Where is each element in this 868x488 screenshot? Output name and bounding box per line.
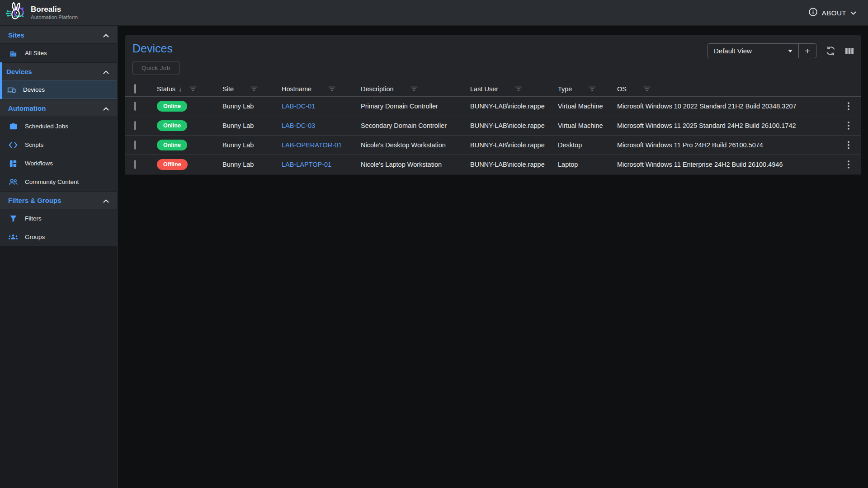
sidebar-item-groups[interactable]: Groups <box>0 228 117 246</box>
site-cell: Bunny Lab <box>222 103 282 110</box>
type-cell: Virtual Machine <box>558 122 617 129</box>
sidebar-item-devices[interactable]: Devices <box>0 80 117 99</box>
table-header-row: Status ↓ Site Hostname Description <box>125 81 861 97</box>
refresh-icon[interactable] <box>826 46 836 56</box>
section-label: Filters & Groups <box>8 197 61 204</box>
column-header-site[interactable]: Site <box>222 85 282 93</box>
type-cell: Virtual Machine <box>558 103 617 110</box>
hostname-link[interactable]: LAB-DC-01 <box>282 103 315 110</box>
devices-panel: Devices Quick Job Default View + <box>125 35 861 174</box>
column-header-hostname[interactable]: Hostname <box>282 85 361 93</box>
row-checkbox[interactable] <box>134 121 136 130</box>
filter-icon[interactable] <box>328 86 336 92</box>
hostname-link[interactable]: LAB-LAPTOP-01 <box>282 161 331 168</box>
sort-desc-icon: ↓ <box>179 85 182 93</box>
briefcase-icon <box>8 122 18 131</box>
sidebar: Sites All Sites Devices <box>0 26 118 488</box>
chevron-up-icon <box>103 68 109 75</box>
sidebar-item-label: Filters <box>25 215 42 222</box>
table-row: Online Bunny Lab LAB-OPERATOR-01 Nicole'… <box>125 136 861 155</box>
hostname-link[interactable]: LAB-OPERATOR-01 <box>282 141 342 149</box>
people-icon <box>8 178 18 186</box>
sidebar-item-label: Scripts <box>25 141 43 148</box>
row-checkbox[interactable] <box>134 160 136 169</box>
sidebar-item-filters[interactable]: Filters <box>0 209 117 228</box>
select-all-checkbox[interactable] <box>134 84 136 94</box>
section-label: Sites <box>8 31 24 39</box>
filter-icon[interactable] <box>588 86 596 92</box>
view-select-group: Default View + <box>708 43 816 58</box>
sidebar-section-header-sites[interactable]: Sites <box>0 26 117 44</box>
sidebar-item-scheduled-jobs[interactable]: Scheduled Jobs <box>0 117 117 136</box>
column-header-type[interactable]: Type <box>558 85 617 93</box>
section-label: Automation <box>8 104 46 112</box>
column-header-status[interactable]: Status ↓ <box>157 85 222 93</box>
borealis-rabbit-logo-icon <box>5 1 26 24</box>
sidebar-section-header-filters-groups[interactable]: Filters & Groups <box>0 191 117 209</box>
sidebar-item-label: Community Content <box>25 178 79 185</box>
groups-icon <box>8 234 18 240</box>
row-actions-kebab-icon[interactable] <box>836 122 861 130</box>
sidebar-section-devices: Devices Devices <box>0 62 117 99</box>
table-toolbar: Default View + <box>708 43 854 58</box>
hostname-link[interactable]: LAB-DC-03 <box>282 122 315 129</box>
filter-icon[interactable] <box>189 86 197 92</box>
site-cell: Bunny Lab <box>222 122 282 129</box>
workflow-icon <box>8 160 18 168</box>
sidebar-item-label: Workflows <box>25 160 53 167</box>
chevron-up-icon <box>103 104 109 112</box>
view-select-value: Default View <box>714 47 752 55</box>
chevron-up-icon <box>103 197 109 204</box>
site-cell: Bunny Lab <box>222 161 282 168</box>
sidebar-section-header-automation[interactable]: Automation <box>0 99 117 117</box>
devices-icon <box>6 85 16 94</box>
add-view-button[interactable]: + <box>799 44 816 58</box>
about-menu[interactable]: ABOUT <box>808 7 856 19</box>
section-label: Devices <box>6 68 32 75</box>
description-cell: Nicole's Laptop Workstation <box>361 161 470 168</box>
sidebar-section-sites: Sites All Sites <box>0 26 117 62</box>
site-cell: Bunny Lab <box>222 141 282 149</box>
sidebar-item-scripts[interactable]: Scripts <box>0 136 117 154</box>
row-actions-kebab-icon[interactable] <box>836 141 861 149</box>
sidebar-item-workflows[interactable]: Workflows <box>0 154 117 173</box>
last-user-cell: BUNNY-LAB\nicole.rappe <box>470 141 558 149</box>
quick-job-button[interactable]: Quick Job <box>132 61 179 75</box>
row-checkbox[interactable] <box>134 141 136 150</box>
filter-icon[interactable] <box>410 86 418 92</box>
column-header-last-user[interactable]: Last User <box>470 85 558 93</box>
row-actions-kebab-icon[interactable] <box>836 160 861 169</box>
last-user-cell: BUNNY-LAB\nicole.rappe <box>470 161 558 168</box>
status-badge: Online <box>157 140 187 150</box>
sidebar-section-header-devices[interactable]: Devices <box>0 62 117 80</box>
sidebar-section-automation: Automation Scheduled Jobs Scripts <box>0 99 117 191</box>
column-header-description[interactable]: Description <box>361 85 470 93</box>
status-badge: Online <box>157 120 187 131</box>
app-subtitle: Automation Platform <box>31 14 78 20</box>
sidebar-item-label: Scheduled Jobs <box>25 123 68 130</box>
sidebar-item-label: Groups <box>25 234 45 240</box>
table-row: Offline Bunny Lab LAB-LAPTOP-01 Nicole's… <box>125 155 861 174</box>
columns-icon[interactable] <box>845 47 854 55</box>
column-header-os[interactable]: OS <box>617 85 836 93</box>
select-caret-icon <box>788 50 793 52</box>
sidebar-item-community-content[interactable]: Community Content <box>0 173 117 191</box>
row-actions-kebab-icon[interactable] <box>836 102 861 110</box>
filter-icon[interactable] <box>514 86 523 92</box>
table-row: Online Bunny Lab LAB-DC-03 Secondary Dom… <box>125 116 861 136</box>
chevron-up-icon <box>103 31 109 39</box>
filter-icon[interactable] <box>643 86 651 92</box>
os-cell: Microsoft Windows 10 2022 Standard 21H2 … <box>617 103 836 110</box>
type-cell: Desktop <box>558 141 617 149</box>
filter-icon[interactable] <box>250 86 258 92</box>
row-checkbox[interactable] <box>134 102 136 111</box>
sidebar-item-all-sites[interactable]: All Sites <box>0 44 117 62</box>
app-title: Borealis <box>31 5 78 14</box>
brand: Borealis Automation Platform <box>5 1 78 24</box>
sidebar-item-label: All Sites <box>25 50 47 56</box>
topbar: Borealis Automation Platform ABOUT <box>0 0 868 26</box>
view-select[interactable]: Default View <box>708 44 798 58</box>
description-cell: Secondary Domain Controller <box>361 122 470 129</box>
chevron-down-icon <box>850 9 856 17</box>
filter-funnel-icon <box>8 215 18 222</box>
